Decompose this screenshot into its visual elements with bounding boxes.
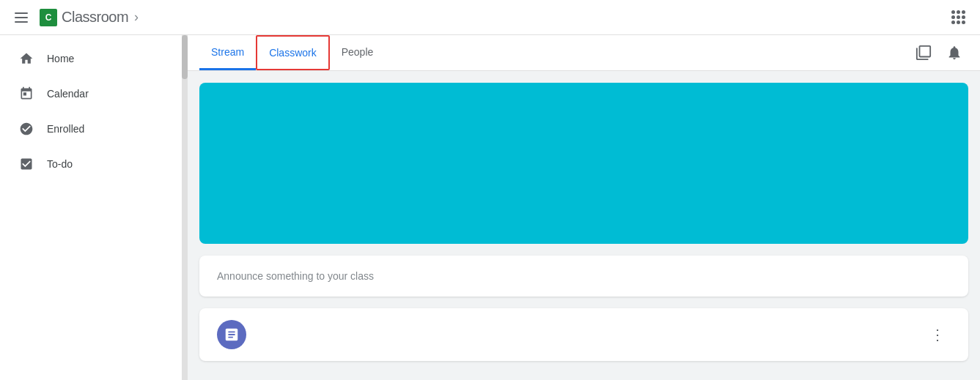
sidebar-item-calendar[interactable]: Calendar [0, 76, 175, 111]
post-icon [217, 320, 246, 349]
logo-icon: C [40, 9, 57, 26]
todo-icon [18, 157, 35, 171]
apps-button[interactable] [946, 4, 971, 30]
announce-box[interactable]: Announce something to your class [199, 256, 968, 297]
app-header: C Classroom › [0, 0, 980, 35]
apps-grid-icon [951, 10, 965, 24]
sidebar-item-home-label: Home [47, 53, 74, 64]
notifications-button[interactable] [940, 39, 968, 67]
sidebar-item-todo[interactable]: To-do [0, 146, 175, 182]
sidebar-item-calendar-label: Calendar [47, 88, 89, 100]
tab-people[interactable]: People [330, 35, 386, 70]
main-content: Stream Classwork People [188, 35, 980, 380]
header-left: C Classroom › [9, 7, 140, 29]
tab-people-label: People [342, 46, 374, 58]
app-logo: C Classroom › [40, 9, 140, 26]
customize-button[interactable] [910, 39, 937, 67]
sidebar-item-todo-label: To-do [47, 158, 73, 170]
tab-stream-label: Stream [211, 46, 244, 58]
calendar-icon [18, 86, 35, 101]
hamburger-line [15, 12, 28, 14]
tab-bar-icons [910, 39, 968, 67]
announce-placeholder: Announce something to your class [217, 270, 951, 282]
home-icon [18, 51, 35, 66]
menu-button[interactable] [9, 7, 34, 29]
post-card: ⋮ [199, 308, 968, 361]
enrolled-icon [18, 122, 35, 136]
tab-classwork-label: Classwork [269, 47, 317, 59]
class-header-image [199, 83, 968, 244]
tab-bar: Stream Classwork People [188, 35, 980, 71]
main-layout: Home Calendar Enrolled To-do [0, 35, 980, 380]
breadcrumb-separator: › [134, 10, 139, 25]
tab-classwork[interactable]: Classwork [256, 35, 330, 70]
post-more-options-button[interactable]: ⋮ [924, 323, 951, 346]
scrollbar-thumb[interactable] [182, 35, 188, 79]
app-name: Classroom [62, 9, 128, 26]
sidebar-item-enrolled[interactable]: Enrolled [0, 111, 175, 146]
header-right [946, 4, 971, 30]
tabs: Stream Classwork People [199, 35, 385, 70]
sidebar-item-home[interactable]: Home [0, 41, 175, 76]
hamburger-line [15, 21, 28, 23]
sidebar: Home Calendar Enrolled To-do [0, 35, 188, 380]
sidebar-item-enrolled-label: Enrolled [47, 123, 84, 135]
tab-stream[interactable]: Stream [199, 35, 256, 70]
hamburger-line [15, 17, 28, 18]
scrollbar-track [182, 35, 188, 380]
